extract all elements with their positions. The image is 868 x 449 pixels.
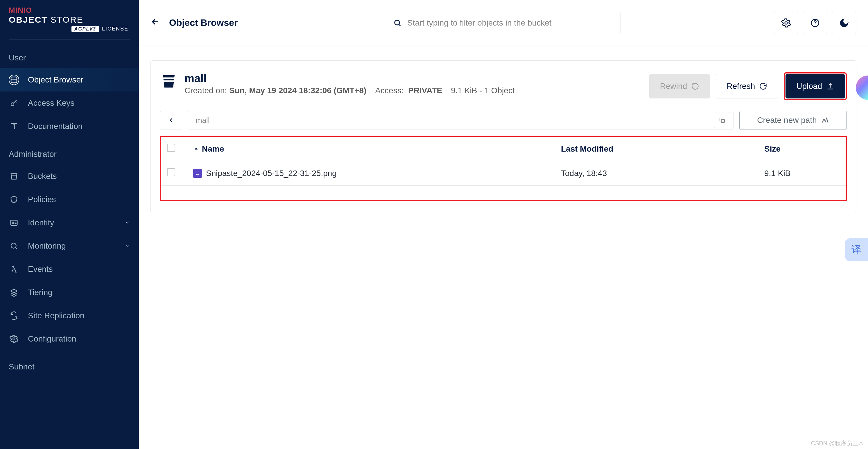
sidebar-item-events[interactable]: Events (0, 258, 139, 281)
sidebar-item-policies[interactable]: Policies (0, 188, 139, 211)
sidebar-item-label: Identity (28, 218, 54, 227)
chevron-down-icon (124, 242, 130, 251)
sidebar-item-tiering[interactable]: Tiering (0, 281, 139, 304)
help-button[interactable] (803, 12, 827, 34)
object-table: Name Last Modified Size Snipaste (161, 137, 846, 186)
nav-section-subnet-title: Subnet (0, 356, 139, 377)
bucket-large-icon (160, 72, 178, 90)
column-name-label: Name (202, 145, 224, 154)
back-arrow-icon[interactable] (151, 17, 160, 29)
sidebar: MINIO OBJECT STORE AGPLV3 LICENSE User O… (0, 0, 139, 449)
lambda-icon (9, 264, 19, 275)
moon-icon (839, 18, 849, 28)
svg-point-7 (785, 22, 787, 24)
sidebar-item-site-replication[interactable]: Site Replication (0, 304, 139, 327)
bucket-panel: mall Created on: Sun, May 19 2024 18:32:… (151, 60, 857, 213)
svg-rect-10 (163, 81, 174, 82)
refresh-icon (759, 82, 767, 90)
table-highlight: Name Last Modified Size Snipaste (160, 136, 847, 201)
content: mall Created on: Sun, May 19 2024 18:32:… (139, 46, 868, 449)
theme-toggle-button[interactable] (832, 12, 857, 34)
license-text: LICENSE (102, 26, 128, 32)
column-name[interactable]: Name (193, 145, 561, 154)
sidebar-item-buckets[interactable]: Buckets (0, 165, 139, 188)
object-browser-icon (9, 75, 19, 85)
upload-button[interactable]: Upload (785, 74, 845, 98)
new-path-icon (821, 116, 829, 124)
upload-icon (826, 82, 834, 90)
svg-rect-9 (163, 77, 175, 79)
nav-section-user-title: User (0, 47, 139, 68)
id-icon (9, 218, 19, 228)
image-file-icon (193, 169, 202, 178)
upload-highlight: Upload (784, 72, 847, 100)
sidebar-item-configuration[interactable]: Configuration (0, 327, 139, 351)
sidebar-item-label: Policies (28, 195, 56, 204)
main: Object Browser mall (139, 0, 868, 449)
key-icon (9, 98, 19, 108)
replication-icon (9, 311, 19, 321)
svg-rect-0 (11, 77, 17, 83)
column-modified[interactable]: Last Modified (561, 145, 764, 154)
divider (9, 39, 130, 40)
nav-section-user: User Object Browser Access Keys Document… (0, 44, 139, 141)
sort-asc-icon (193, 146, 199, 152)
access: Access: PRIVATE (375, 86, 442, 95)
book-icon (9, 121, 19, 132)
file-name: Snipaste_2024-05-15_22-31-25.png (206, 169, 337, 178)
bucket-stats: 9.1 KiB - 1 Object (451, 86, 515, 95)
search-field[interactable] (386, 12, 621, 34)
svg-point-6 (395, 20, 399, 25)
nav-section-administrator: Administrator Buckets Policies Identity … (0, 141, 139, 353)
sidebar-item-access-keys[interactable]: Access Keys (0, 92, 139, 115)
sidebar-item-monitoring[interactable]: Monitoring (0, 234, 139, 258)
nav-section-subnet: Subnet (0, 353, 139, 380)
breadcrumb-back-button[interactable] (160, 111, 182, 130)
select-all-checkbox[interactable] (167, 144, 175, 152)
nav-section-admin-title: Administrator (0, 144, 139, 165)
sidebar-item-label: Site Replication (28, 311, 85, 320)
sidebar-item-label: Events (28, 264, 53, 274)
sidebar-item-identity[interactable]: Identity (0, 211, 139, 234)
column-size[interactable]: Size (764, 145, 840, 154)
table-header: Name Last Modified Size (161, 137, 846, 161)
settings-button[interactable] (774, 12, 798, 34)
button-label: Upload (796, 82, 822, 91)
sidebar-item-label: Tiering (28, 288, 53, 297)
translate-button[interactable]: 译 (845, 238, 868, 261)
brand-top: MINIO (9, 6, 130, 15)
brand-license: AGPLV3 LICENSE (9, 26, 130, 32)
sidebar-item-object-browser[interactable]: Object Browser (0, 68, 139, 92)
bucket-name: mall (184, 72, 642, 85)
bucket-icon (9, 171, 19, 182)
create-new-path-button[interactable]: Create new path (739, 111, 847, 130)
layers-icon (9, 287, 19, 298)
logo: MINIO OBJECT STORE AGPLV3 LICENSE (0, 0, 139, 35)
help-icon (810, 18, 820, 28)
button-label: Rewind (660, 82, 687, 91)
copy-path-button[interactable] (714, 112, 730, 128)
button-label: Refresh (726, 82, 755, 91)
sidebar-item-label: Access Keys (28, 98, 74, 108)
search-icon (9, 241, 19, 251)
gear-icon (781, 18, 791, 28)
page-title: Object Browser (169, 18, 238, 28)
search-input[interactable] (407, 18, 614, 28)
license-badge: AGPLV3 (71, 26, 99, 32)
sidebar-item-documentation[interactable]: Documentation (0, 115, 139, 138)
created-on: Created on: Sun, May 19 2024 18:32:06 (G… (184, 86, 366, 95)
rewind-icon (691, 82, 699, 90)
svg-point-5 (13, 338, 15, 340)
sidebar-item-label: Buckets (28, 172, 57, 181)
breadcrumb[interactable]: mall (188, 111, 734, 130)
row-checkbox[interactable] (167, 168, 175, 176)
chevron-down-icon (124, 218, 130, 227)
watermark: CSDN @程序员三木 (811, 440, 864, 447)
sidebar-item-label: Documentation (28, 122, 83, 131)
table-row[interactable]: Snipaste_2024-05-15_22-31-25.png Today, … (161, 161, 846, 186)
gear-icon (9, 334, 19, 344)
search-icon (393, 19, 401, 27)
copy-icon (719, 117, 726, 124)
refresh-button[interactable]: Refresh (716, 74, 778, 98)
file-modified: Today, 18:43 (561, 169, 764, 178)
